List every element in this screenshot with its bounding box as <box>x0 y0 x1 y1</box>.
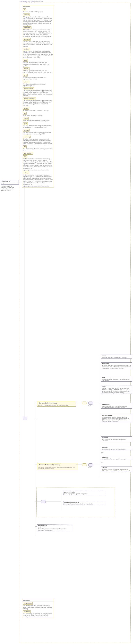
attr-desc: A refinement of the semantics of the pro… <box>23 158 53 171</box>
attr-coversto: coverstoThe end date (and optionally the… <box>22 610 54 618</box>
attr-desc: If the property value is not defined, sp… <box>23 16 53 26</box>
lower-attributes-panel: attributes coversfromThe starting date (… <box>22 599 54 618</box>
attr-desc: Indicates by which means the value was e… <box>23 62 53 66</box>
leaf-sameas: sameAs An identifier of a concept with e… <box>101 436 132 442</box>
attr-pubconstraint: pubconstraintOne or many constraints tha… <box>22 87 54 97</box>
leaf-any-other: any ##other 0..∞ Extension point for pro… <box>37 524 72 531</box>
attr-role: roleA refinement of the semantics of the… <box>22 155 54 171</box>
connector <box>100 438 100 477</box>
attr-xml-lang: xml:langSpecifies the language of this p… <box>22 135 54 145</box>
attr-name: custom <box>23 48 30 50</box>
attributes-panel: attributes idThe local identifier of the… <box>22 5 54 188</box>
attr-desc: Specifies the language of this property … <box>23 138 53 144</box>
attr-name: how <box>23 59 28 62</box>
attr-type: typeThe type of the concept assigned as … <box>22 122 54 128</box>
leaf-definition: definition A natural language definition… <box>101 362 132 369</box>
attr-desc: The type of the concept assigned as cont… <box>23 125 53 128</box>
root-element-desc: The party which is assigned to cover the… <box>1 186 17 191</box>
attr-desc: Why the metadata has been included - exp… <box>23 83 53 86</box>
attr-name: uri <box>23 112 27 115</box>
attr-modified: modifiedThe date (and, optionally, the t… <box>22 38 54 47</box>
attr-desc: One or many constraints that apply to pu… <box>23 100 53 106</box>
choice-compositor <box>88 402 93 405</box>
attr-name: qcode <box>23 107 29 110</box>
attributes-label: attributes <box>23 6 30 8</box>
group-name: ConceptRelationshipsGroup <box>38 464 61 466</box>
attr-creatoruri: creatoruriIf the attribute is empty, spe… <box>22 26 54 38</box>
connector <box>93 465 101 465</box>
attr-howuri: howuriIndicates by which means the value… <box>22 67 54 74</box>
attr-any---other: any ##other <box>22 152 54 155</box>
attr-name: howuri <box>23 67 29 70</box>
attr-desc: The end date (and optionally the time) b… <box>23 613 53 618</box>
attributes-label: attributes <box>23 600 30 601</box>
attr-name: why <box>23 74 27 76</box>
connector <box>35 464 37 465</box>
attr-name: xml:lang <box>23 136 31 138</box>
attr-name: coversto <box>23 610 31 613</box>
root-element-range: 0..∞ <box>1 183 18 184</box>
attr-desc: Indicates by which means the value was e… <box>23 70 53 73</box>
leaf-narrower: narrower An identifier of a more specifi… <box>101 456 132 460</box>
attr-name: id <box>23 8 26 11</box>
attr-desc: The directionality of textual content (e… <box>23 148 53 151</box>
root-element: assignedTo 0..∞ <box>1 180 19 184</box>
attr-creator: creatorIf the property value is not defi… <box>22 13 54 26</box>
attr-name: dir <box>23 146 27 148</box>
choice-compositor <box>41 500 46 503</box>
attr-uri: uriA URI which identifies a concept. <box>22 112 54 117</box>
attr-name: modified <box>23 38 31 40</box>
attr-desc: The type of the concept assigned as cont… <box>23 132 53 135</box>
sequence-compositor <box>23 417 27 420</box>
leaf-broader: broader An identifier of a more generic … <box>101 446 132 450</box>
root-element-name: assignedTo <box>1 180 18 183</box>
attr-name: coversfrom <box>23 602 33 605</box>
attr-name: pubconstraint <box>23 87 34 90</box>
attr-roleuri: roleuriA refinement of the semantics of … <box>22 171 54 187</box>
attr-coversfrom: coversfromThe starting date (and optiona… <box>22 602 54 610</box>
group-name: ConceptDefinitionGroup <box>38 402 58 404</box>
attr-whyuri: whyuriWhy the metadata has been included… <box>22 80 54 87</box>
connector <box>35 502 41 502</box>
type-name: Flex1PartyPropType <box>19 1 34 2</box>
leaf-hierarchyinfo: hierarchyInfo Represents the position of… <box>101 414 132 422</box>
group-desc: A group of properties required to indica… <box>38 466 77 469</box>
leaf-note: note Additional natural language informa… <box>101 376 132 382</box>
connector <box>24 182 24 418</box>
attr-name: any ##other <box>23 152 33 154</box>
leaf-related: related A related concept, where the rel… <box>101 466 132 472</box>
connector <box>100 356 100 428</box>
leaf-range: 0..∞ <box>101 452 103 453</box>
connector <box>61 493 61 511</box>
attr-name: role <box>23 155 27 158</box>
attr-id: idThe local identifier of the property. <box>22 8 54 13</box>
attr-desc: A free-text value assigned as property v… <box>23 120 53 122</box>
attr-name: whyuri <box>23 80 29 83</box>
attr-dir: dirThe directionality of textual content… <box>22 145 54 152</box>
choice-range: 0..∞ <box>88 466 91 468</box>
group-desc: A group of properties required to define… <box>38 405 75 406</box>
choice-compositor <box>88 464 93 466</box>
attr-desc: A refinement of the semantics of the pro… <box>23 174 53 187</box>
attr-desc: If set to true the corresponding propert… <box>23 50 53 58</box>
attr-custom: customIf set to true the corresponding p… <box>22 47 54 59</box>
attr-name: pubconstrainturi <box>23 97 36 100</box>
attr-why: whyWhy the metadata has been included - … <box>22 74 54 80</box>
attr-desc: A qualified code which identifies a conc… <box>23 110 53 111</box>
attr-name: creatoruri <box>23 26 31 29</box>
attr-name: creator <box>23 14 30 16</box>
attr-name: typeuri <box>23 129 29 132</box>
leaf-remoteinfo: remoteInfo A link to an item or a web re… <box>101 403 132 408</box>
connector <box>76 464 82 465</box>
attr-name: literal <box>23 117 28 120</box>
connector <box>74 403 82 403</box>
sequence-compositor <box>82 464 87 466</box>
attr-pubconstrainturi: pubconstrainturiOne or many constraints … <box>22 97 54 107</box>
attr-desc: A URI which identifies a concept. <box>23 115 53 116</box>
extensions-label: (extensions) <box>34 1 43 2</box>
attr-desc: The date (and, optionally, the time) whe… <box>23 41 53 47</box>
leaf-name: name A natural language name for the con… <box>101 354 132 359</box>
attr-name: type <box>23 122 28 125</box>
attr-desc: The starting date (and optionally the ti… <box>23 605 53 610</box>
attr-qcode: qcodeA qualified code which identifies a… <box>22 107 54 112</box>
